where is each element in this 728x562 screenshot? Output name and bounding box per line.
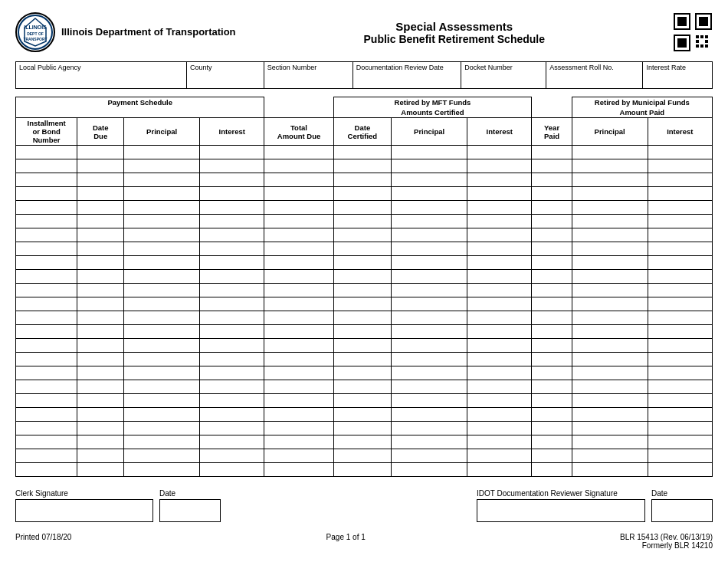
table-cell[interactable] <box>16 228 77 242</box>
table-cell[interactable] <box>264 366 333 380</box>
table-cell[interactable] <box>264 297 333 311</box>
table-cell[interactable] <box>392 242 467 256</box>
table-cell[interactable] <box>467 408 532 422</box>
table-cell[interactable] <box>200 256 264 270</box>
table-cell[interactable] <box>77 380 124 394</box>
table-cell[interactable] <box>200 463 264 477</box>
table-cell[interactable] <box>648 408 712 422</box>
table-cell[interactable] <box>392 325 467 339</box>
table-cell[interactable] <box>77 173 124 187</box>
table-cell[interactable] <box>200 353 264 366</box>
table-cell[interactable] <box>200 297 264 311</box>
table-cell[interactable] <box>572 256 648 270</box>
table-cell[interactable] <box>467 422 532 435</box>
idot-signature-box[interactable] <box>477 499 645 522</box>
table-cell[interactable] <box>648 242 712 256</box>
table-cell[interactable] <box>532 366 572 380</box>
table-cell[interactable] <box>124 435 200 449</box>
table-cell[interactable] <box>392 311 467 325</box>
table-cell[interactable] <box>333 422 392 435</box>
table-cell[interactable] <box>648 311 712 325</box>
table-cell[interactable] <box>648 297 712 311</box>
table-cell[interactable] <box>333 353 392 366</box>
table-cell[interactable] <box>124 256 200 270</box>
table-cell[interactable] <box>392 256 467 270</box>
table-cell[interactable] <box>333 435 392 449</box>
table-cell[interactable] <box>77 325 124 339</box>
table-cell[interactable] <box>264 215 333 228</box>
table-cell[interactable] <box>532 297 572 311</box>
table-cell[interactable] <box>572 173 648 187</box>
table-cell[interactable] <box>392 173 467 187</box>
table-cell[interactable] <box>124 159 200 173</box>
table-cell[interactable] <box>16 366 77 380</box>
table-cell[interactable] <box>648 270 712 284</box>
table-cell[interactable] <box>532 284 572 297</box>
table-cell[interactable] <box>16 256 77 270</box>
table-cell[interactable] <box>392 187 467 201</box>
table-cell[interactable] <box>333 159 392 173</box>
table-cell[interactable] <box>572 146 648 159</box>
table-cell[interactable] <box>467 201 532 215</box>
table-cell[interactable] <box>467 435 532 449</box>
table-cell[interactable] <box>532 435 572 449</box>
table-cell[interactable] <box>572 228 648 242</box>
table-cell[interactable] <box>572 297 648 311</box>
clerk-signature-box[interactable] <box>15 499 153 522</box>
table-cell[interactable] <box>77 339 124 353</box>
table-cell[interactable] <box>572 422 648 435</box>
table-cell[interactable] <box>77 159 124 173</box>
table-cell[interactable] <box>333 463 392 477</box>
table-cell[interactable] <box>392 449 467 463</box>
table-cell[interactable] <box>200 325 264 339</box>
table-cell[interactable] <box>392 435 467 449</box>
table-cell[interactable] <box>392 297 467 311</box>
table-cell[interactable] <box>648 435 712 449</box>
table-cell[interactable] <box>392 408 467 422</box>
table-cell[interactable] <box>77 228 124 242</box>
table-cell[interactable] <box>392 228 467 242</box>
table-cell[interactable] <box>648 339 712 353</box>
table-cell[interactable] <box>200 366 264 380</box>
table-cell[interactable] <box>200 215 264 228</box>
table-cell[interactable] <box>467 187 532 201</box>
doc-review-date-field[interactable]: Documentation Review Date <box>353 62 462 88</box>
table-cell[interactable] <box>392 159 467 173</box>
table-cell[interactable] <box>648 159 712 173</box>
table-cell[interactable] <box>532 215 572 228</box>
table-cell[interactable] <box>16 146 77 159</box>
table-cell[interactable] <box>333 339 392 353</box>
table-cell[interactable] <box>648 201 712 215</box>
table-cell[interactable] <box>467 311 532 325</box>
table-cell[interactable] <box>572 242 648 256</box>
table-cell[interactable] <box>572 353 648 366</box>
table-cell[interactable] <box>124 339 200 353</box>
table-cell[interactable] <box>532 353 572 366</box>
table-cell[interactable] <box>16 173 77 187</box>
table-cell[interactable] <box>532 394 572 408</box>
table-cell[interactable] <box>200 380 264 394</box>
table-cell[interactable] <box>16 394 77 408</box>
table-cell[interactable] <box>77 408 124 422</box>
table-cell[interactable] <box>333 270 392 284</box>
table-cell[interactable] <box>264 242 333 256</box>
table-cell[interactable] <box>264 408 333 422</box>
table-cell[interactable] <box>572 435 648 449</box>
table-cell[interactable] <box>333 297 392 311</box>
table-cell[interactable] <box>16 311 77 325</box>
table-cell[interactable] <box>467 449 532 463</box>
table-cell[interactable] <box>200 339 264 353</box>
table-cell[interactable] <box>648 215 712 228</box>
table-cell[interactable] <box>572 380 648 394</box>
table-cell[interactable] <box>264 435 333 449</box>
table-cell[interactable] <box>124 463 200 477</box>
table-cell[interactable] <box>532 463 572 477</box>
table-cell[interactable] <box>124 270 200 284</box>
idot-date-box[interactable] <box>651 499 713 522</box>
table-cell[interactable] <box>333 228 392 242</box>
table-cell[interactable] <box>532 380 572 394</box>
table-cell[interactable] <box>333 284 392 297</box>
section-number-field[interactable]: Section Number <box>264 62 353 88</box>
table-cell[interactable] <box>467 270 532 284</box>
table-cell[interactable] <box>77 366 124 380</box>
